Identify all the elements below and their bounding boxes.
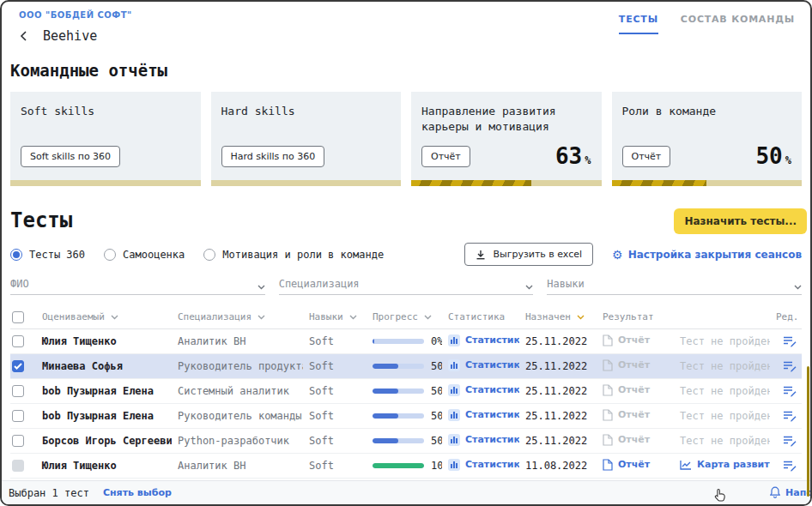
filter-fio-placeholder: ФИО [10,278,29,290]
check-icon [14,363,22,370]
card-progress-track [411,180,602,186]
edit-icon[interactable] [783,360,797,372]
document-icon [603,359,613,371]
row-checkbox[interactable] [12,435,24,447]
document-icon [603,459,613,471]
sort-icon-active [577,315,585,320]
card-progress-track [211,180,402,186]
back-button[interactable] [14,27,33,45]
report-link[interactable]: Отчёт [603,434,650,446]
table-row[interactable]: Борсов Игорь Сергеевич Python-разработчи… [10,429,802,454]
progress-fill [373,438,398,443]
statistics-link[interactable]: Статистика [448,334,519,346]
card-title: Soft skills [21,104,191,119]
table-row[interactable]: bob Пузырная Елена Системный аналитик So… [10,379,802,404]
assigned-date: 25.11.2022 [519,385,597,397]
table-row[interactable]: Юлия Тищенко Аналитик ВН Soft 0% Статист… [10,329,802,354]
tab-team-roster[interactable]: СОСТАВ КОМАНДЫ [681,14,795,34]
edit-icon[interactable] [783,335,797,347]
row-name: Борсов Игорь Сергеевич [36,435,172,447]
soft-skills-360-button[interactable]: Soft skills по 360 [21,146,120,167]
report-link[interactable]: Отчёт [603,409,650,421]
remind-button[interactable]: Напомнить [770,486,812,498]
statistics-link[interactable]: Статистика [448,434,519,446]
statistics-icon [448,434,460,446]
statistics-link[interactable]: Статистика [448,359,519,371]
col-skills[interactable]: Навыки [303,311,367,322]
col-specialization[interactable]: Специализация [172,311,303,322]
radio-self-assessment[interactable]: Самооценка [104,249,185,261]
percent-sign: % [585,154,591,166]
filter-specialization-placeholder: Специализация [279,278,360,290]
document-icon [603,384,613,396]
filter-skills-select[interactable]: Навыки [547,278,802,295]
header-tabs: ТЕСТЫ СОСТАВ КОМАНДЫ [619,14,795,34]
edit-icon[interactable] [783,385,797,397]
col-statistics[interactable]: Статистика [442,311,519,322]
progress-label: 50% [431,435,442,447]
hard-skills-360-button[interactable]: Hard skills по 360 [221,146,325,167]
assigned-date: 25.11.2022 [519,360,597,372]
col-edit: Ред. [770,311,803,322]
radio-motivation-roles[interactable]: Мотивация и роли в команде [203,249,384,261]
row-skills: Soft [303,435,367,447]
statistics-link[interactable]: Статистика [448,409,519,421]
scrollbar-thumb[interactable] [807,366,809,497]
career-report-button[interactable]: Отчёт [421,146,470,167]
row-checkbox[interactable] [12,335,24,347]
statistics-icon [448,409,460,421]
radio-tests-360[interactable]: Тесты 360 [10,249,85,261]
edit-icon[interactable] [783,460,797,472]
statistics-label: Статистика [465,434,519,445]
statistics-link[interactable]: Статистика [448,459,519,471]
progress-fill [373,463,424,468]
document-icon [603,409,613,421]
result-status: Тест не пройден [680,385,770,397]
row-skills: Soft [303,360,367,372]
row-checkbox[interactable] [12,360,24,372]
filter-fio-select[interactable]: ФИО [10,278,265,295]
roles-report-button[interactable]: Отчёт [622,146,671,167]
table-row[interactable]: bob Пузырная Елена Руководитель команды … [10,404,802,429]
edit-icon[interactable] [783,410,797,422]
col-progress[interactable]: Прогресс [367,311,442,322]
row-specialization: Python-разработчик [172,435,303,447]
row-name: bob Пузырная Елена [36,385,172,397]
card-progress-fill [411,180,531,186]
export-excel-label: Выгрузить в excel [493,249,582,260]
report-link[interactable]: Отчёт [603,334,650,346]
progress-fill [373,413,398,419]
assigned-date: 25.11.2022 [519,410,597,422]
tab-tests[interactable]: ТЕСТЫ [619,14,658,34]
edit-icon[interactable] [783,435,797,447]
card-title: Направление развития карьеры и мотивация [421,104,591,134]
document-icon [603,334,613,346]
report-link[interactable]: Отчёт [603,459,650,471]
row-checkbox[interactable] [12,385,24,397]
radio-icon [104,249,116,261]
radio-label: Самооценка [123,249,185,261]
download-icon [476,250,486,260]
card-team-roles: Роли в команде Отчёт 50% [612,92,803,186]
status-label: Тест не пройден [680,410,770,422]
filter-specialization-select[interactable]: Специализация [279,278,534,295]
col-result[interactable]: Результат [597,311,674,322]
assign-tests-button[interactable]: Назначить тесты... [674,208,807,234]
chevron-left-icon [20,31,27,41]
col-assessee[interactable]: Оцениваемый [36,311,172,322]
clear-selection-link[interactable]: Снять выбор [103,487,172,498]
table-row[interactable]: Юлия Тищенко Аналитик ВН Soft 100% Стати… [10,454,802,479]
card-title: Роли в команде [622,104,792,119]
row-checkbox[interactable] [12,410,24,422]
export-excel-button[interactable]: Выгрузить в excel [464,243,593,266]
top-header: ООО "БОБДЕЙ СОФТ" Beehive ТЕСТЫ СОСТАВ К… [2,2,810,45]
select-all-checkbox[interactable] [12,311,24,323]
row-checkbox[interactable] [12,460,24,472]
table-row[interactable]: Минаева Софья Руководитель продукта Soft… [10,354,802,379]
col-assigned[interactable]: Назначен [519,311,597,322]
session-settings-link[interactable]: ⚙ Настройка закрытия сеансов [612,249,802,261]
statistics-link[interactable]: Статистика [448,384,519,396]
report-link[interactable]: Отчёт [603,384,650,396]
radio-icon [203,249,215,261]
report-link[interactable]: Отчёт [603,359,650,371]
